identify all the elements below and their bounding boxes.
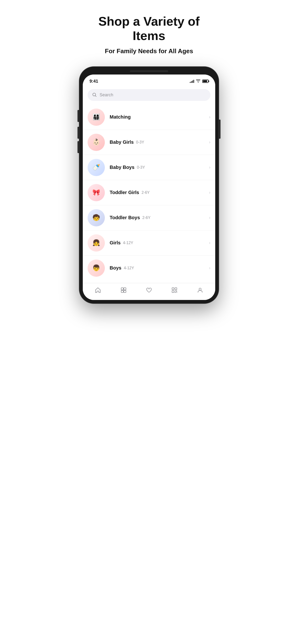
nav-item-profile[interactable] — [187, 287, 213, 294]
svg-rect-6 — [175, 288, 177, 290]
category-name-toddler-girls: Toddler Girls — [110, 190, 139, 195]
category-name-baby-boys: Baby Boys — [110, 164, 134, 170]
category-info-baby-boys: Baby Boys 0-3Y — [110, 164, 209, 170]
category-name-boys: Boys — [110, 265, 121, 271]
category-item-baby-boys[interactable]: 🍼 Baby Boys 0-3Y › — [83, 155, 215, 180]
nav-item-categories[interactable] — [111, 287, 136, 294]
category-name-matching: Matching — [110, 114, 131, 120]
status-icons — [190, 79, 209, 84]
battery-icon — [202, 80, 209, 83]
profile-icon — [197, 287, 203, 294]
svg-rect-1 — [121, 288, 123, 290]
chevron-icon-baby-girls: › — [209, 140, 210, 145]
category-item-girls[interactable]: 👧 Girls 4-12Y › — [83, 230, 215, 256]
chevron-icon-toddler-boys: › — [209, 215, 210, 220]
category-name-toddler-boys: Toddler Boys — [110, 215, 140, 220]
chevron-icon-boys: › — [209, 266, 210, 270]
category-item-toddler-boys[interactable]: 🧒 Toddler Boys 2-6Y › — [83, 205, 215, 230]
category-info-matching: Matching — [110, 114, 209, 120]
nav-item-scan[interactable] — [162, 287, 187, 294]
nav-item-wishlist[interactable] — [136, 287, 162, 294]
svg-point-8 — [199, 288, 201, 290]
svg-rect-5 — [172, 288, 174, 290]
category-info-girls: Girls 4-12Y — [110, 240, 209, 246]
chevron-icon-toddler-girls: › — [209, 190, 210, 195]
svg-rect-4 — [124, 290, 126, 292]
page-header: Shop a Variety of Items For Family Needs… — [98, 14, 200, 55]
chevron-icon-baby-boys: › — [209, 165, 210, 170]
category-item-baby-girls[interactable]: 👶🏻 Baby Girls 0-3Y › — [83, 130, 215, 155]
page-title: Shop a Variety of Items — [98, 14, 200, 43]
category-age-boys: 4-12Y — [124, 266, 134, 270]
home-icon — [95, 287, 101, 294]
category-item-toddler-girls[interactable]: 🎀 Toddler Girls 2-6Y › — [83, 180, 215, 205]
category-avatar-baby-girls: 👶🏻 — [88, 134, 105, 151]
category-info-toddler-boys: Toddler Boys 2-6Y — [110, 215, 209, 220]
category-age-girls: 4-12Y — [123, 241, 133, 245]
category-name-girls: Girls — [110, 240, 121, 246]
chevron-icon-matching: › — [209, 114, 210, 120]
phone-screen: 9:41 — [83, 74, 215, 300]
category-info-baby-girls: Baby Girls 0-3Y — [110, 140, 209, 145]
signal-icon — [190, 80, 194, 83]
category-avatar-toddler-boys: 🧒 — [88, 209, 105, 226]
category-age-baby-girls: 0-3Y — [136, 140, 144, 144]
category-info-boys: Boys 4-12Y — [110, 265, 209, 271]
category-avatar-boys: 👦 — [88, 260, 105, 277]
bottom-nav — [83, 283, 215, 300]
search-placeholder: Search — [100, 92, 113, 98]
category-list: 👨‍👩‍👧‍👦 Matching › 👶🏻 Baby Girls 0-3Y › … — [83, 105, 215, 283]
category-avatar-toddler-girls: 🎀 — [88, 184, 105, 201]
status-time: 9:41 — [89, 79, 98, 84]
heart-icon — [146, 287, 152, 294]
category-name-baby-girls: Baby Girls — [110, 140, 134, 145]
search-bar[interactable]: Search — [88, 89, 210, 101]
phone-notch — [130, 70, 168, 72]
scan-icon — [171, 287, 178, 294]
wifi-icon — [196, 79, 200, 84]
category-item-boys[interactable]: 👦 Boys 4-12Y › — [83, 256, 215, 280]
category-item-matching[interactable]: 👨‍👩‍👧‍👦 Matching › — [83, 105, 215, 130]
svg-rect-2 — [124, 288, 126, 290]
category-age-toddler-boys: 2-6Y — [142, 216, 151, 220]
chevron-icon-girls: › — [209, 240, 210, 245]
status-bar: 9:41 — [83, 74, 215, 86]
categories-icon — [120, 287, 127, 294]
category-avatar-baby-boys: 🍼 — [88, 159, 105, 176]
category-avatar-matching: 👨‍👩‍👧‍👦 — [88, 108, 105, 126]
page-subtitle: For Family Needs for All Ages — [98, 48, 200, 55]
svg-rect-3 — [121, 290, 123, 292]
phone-frame: 9:41 — [79, 67, 219, 303]
category-age-baby-boys: 0-3Y — [137, 165, 145, 170]
search-container: Search — [83, 86, 215, 105]
category-avatar-girls: 👧 — [88, 234, 105, 252]
nav-item-home[interactable] — [85, 287, 111, 294]
category-info-toddler-girls: Toddler Girls 2-6Y — [110, 190, 209, 195]
category-age-toddler-girls: 2-6Y — [141, 190, 150, 195]
svg-rect-7 — [172, 290, 174, 292]
search-icon — [92, 93, 97, 97]
